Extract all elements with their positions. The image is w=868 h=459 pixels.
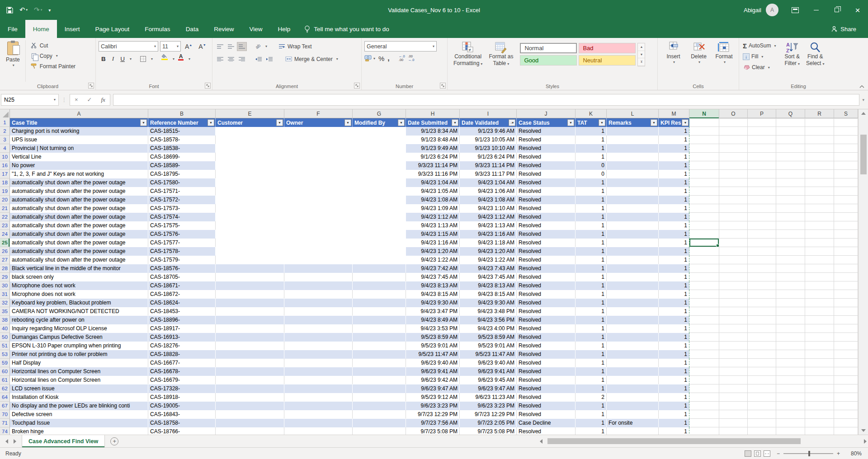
cell-G67[interactable] xyxy=(353,402,406,410)
bottom-align-button[interactable] xyxy=(237,42,247,51)
cell-H32[interactable]: 9/4/23 9:30 AM xyxy=(406,299,460,307)
cell-B22[interactable]: CAS-17574- xyxy=(148,213,216,221)
cell-style-normal[interactable]: Normal xyxy=(520,43,577,53)
row-header-23[interactable]: 23 xyxy=(0,221,10,230)
cell-Q59[interactable] xyxy=(776,359,805,367)
cell-H22[interactable]: 9/4/23 1:12 AM xyxy=(406,213,460,221)
cell-N26[interactable] xyxy=(689,247,719,256)
cell-J3[interactable]: Resolved xyxy=(517,136,576,144)
cell-S2[interactable] xyxy=(834,127,858,136)
cell-J26[interactable]: Resolved xyxy=(517,247,576,256)
cell-N53[interactable] xyxy=(689,350,719,359)
cell-A3[interactable]: UPS issue xyxy=(10,136,148,144)
cell-F71[interactable] xyxy=(284,419,353,427)
cell-J30[interactable]: Resolved xyxy=(517,281,576,290)
cell-R22[interactable] xyxy=(805,213,834,221)
cell-Q53[interactable] xyxy=(776,350,805,359)
cell-P59[interactable] xyxy=(748,359,776,367)
cell-I17[interactable]: 9/3/23 11:17 PM xyxy=(460,170,517,178)
cell-H27[interactable]: 9/4/23 1:22 AM xyxy=(406,256,460,264)
cell-K70[interactable]: 1 xyxy=(576,410,607,419)
cell-B4[interactable]: CAS-18538- xyxy=(148,144,216,153)
cell-H50[interactable]: 9/5/23 8:59 AM xyxy=(406,333,460,342)
cell-N3[interactable] xyxy=(689,136,719,144)
cell-S10[interactable] xyxy=(834,153,858,161)
cell-K40[interactable]: 1 xyxy=(576,324,607,333)
cell-N31[interactable] xyxy=(689,290,719,299)
cell-P29[interactable] xyxy=(748,273,776,281)
cell-A16[interactable]: No power xyxy=(10,161,148,170)
cell-K74[interactable]: 1 xyxy=(576,427,607,435)
insert-cells-button[interactable]: Insert ▾ xyxy=(661,40,686,82)
cell-Q61[interactable] xyxy=(776,376,805,384)
filter-dropdown-icon[interactable]: ▼ xyxy=(208,119,214,126)
cell-O51[interactable] xyxy=(719,342,748,350)
cell-O21[interactable] xyxy=(719,204,748,213)
table-header-tat[interactable]: TAT▼ xyxy=(576,118,607,127)
cell-F20[interactable] xyxy=(284,196,353,204)
cell-O31[interactable] xyxy=(719,290,748,299)
cell-Q74[interactable] xyxy=(776,427,805,435)
cell-N29[interactable] xyxy=(689,273,719,281)
cell-M61[interactable]: 1 xyxy=(659,376,689,384)
cell-F59[interactable] xyxy=(284,359,353,367)
tab-insert[interactable]: Insert xyxy=(57,20,88,38)
cell-S64[interactable] xyxy=(834,393,858,402)
cell-R20[interactable] xyxy=(805,196,834,204)
cell-K25[interactable]: 1 xyxy=(576,239,607,247)
cell-F53[interactable] xyxy=(284,350,353,359)
font-name-select[interactable]: Calibri▾ xyxy=(99,41,158,52)
cell-M27[interactable]: 1 xyxy=(659,256,689,264)
cell-G18[interactable] xyxy=(353,178,406,187)
column-header-A[interactable]: A xyxy=(10,109,148,118)
cell-K50[interactable]: 1 xyxy=(576,333,607,342)
cell-K60[interactable]: 1 xyxy=(576,367,607,376)
cell-M25[interactable]: 1 xyxy=(659,239,689,247)
filter-dropdown-icon[interactable]: ▼ xyxy=(140,119,147,126)
cell-P32[interactable] xyxy=(748,299,776,307)
row-header-71[interactable]: 71 xyxy=(0,419,10,427)
row-header-59[interactable]: 59 xyxy=(0,359,10,367)
cell-A2[interactable]: Charging port is not working xyxy=(10,127,148,136)
cell-F21[interactable] xyxy=(284,204,353,213)
cell-E62[interactable] xyxy=(216,384,284,393)
expand-formula-bar-icon[interactable]: ▾ xyxy=(862,98,867,102)
cell-L18[interactable] xyxy=(607,178,659,187)
cell-P26[interactable] xyxy=(748,247,776,256)
cell-O1[interactable] xyxy=(719,118,748,127)
cell-N10[interactable] xyxy=(689,153,719,161)
cell-B28[interactable]: CAS-18576- xyxy=(148,264,216,273)
cell-F25[interactable] xyxy=(284,239,353,247)
cell-B2[interactable]: CAS-18515- xyxy=(148,127,216,136)
cell-G62[interactable] xyxy=(353,384,406,393)
cell-E20[interactable] xyxy=(216,196,284,204)
row-header-70[interactable]: 70 xyxy=(0,410,10,419)
cell-G19[interactable] xyxy=(353,187,406,196)
cell-J4[interactable]: Resolved xyxy=(517,144,576,153)
cell-M2[interactable]: 1 xyxy=(659,127,689,136)
cell-I74[interactable]: 9/7/23 5:08 PM xyxy=(460,427,517,435)
scroll-right-icon[interactable] xyxy=(864,439,867,444)
cell-K27[interactable]: 1 xyxy=(576,256,607,264)
cell-H19[interactable]: 9/4/23 1:05 AM xyxy=(406,187,460,196)
normal-view-icon[interactable] xyxy=(745,450,751,457)
cell-G20[interactable] xyxy=(353,196,406,204)
cell-M70[interactable]: 1 xyxy=(659,410,689,419)
cell-R35[interactable] xyxy=(805,307,834,316)
cell-I51[interactable]: 9/5/23 9:01 AM xyxy=(460,342,517,350)
cell-P2[interactable] xyxy=(748,127,776,136)
cell-N61[interactable] xyxy=(689,376,719,384)
cell-H10[interactable]: 9/1/23 6:24 PM xyxy=(406,153,460,161)
cell-L23[interactable] xyxy=(607,221,659,230)
cell-P35[interactable] xyxy=(748,307,776,316)
wrap-text-button[interactable]: Wrap Text xyxy=(276,41,314,52)
restore-button[interactable] xyxy=(826,0,847,20)
cell-O53[interactable] xyxy=(719,350,748,359)
vertical-scrollbar-thumb[interactable] xyxy=(860,135,867,174)
cell-A30[interactable]: Microphone does not work xyxy=(10,281,148,290)
cell-J62[interactable]: Resolved xyxy=(517,384,576,393)
cell-style-bad[interactable]: Bad xyxy=(579,43,636,53)
cell-F40[interactable] xyxy=(284,324,353,333)
cell-J10[interactable]: Resolved xyxy=(517,153,576,161)
cell-R2[interactable] xyxy=(805,127,834,136)
